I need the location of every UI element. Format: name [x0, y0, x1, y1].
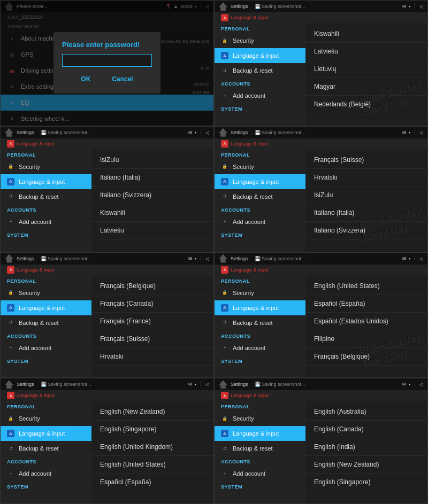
settings-title-7: Settings: [17, 382, 34, 387]
home-icon-8[interactable]: [219, 380, 227, 389]
lang-item-espanol-espana-6[interactable]: Español (España): [305, 295, 427, 313]
lang-item-italiano-4[interactable]: Italiano (Italia): [305, 204, 427, 222]
lang-item-italiano-svizzera-3[interactable]: Italiano (Svizzera): [91, 187, 213, 204]
security-item-4[interactable]: 🔒 Security: [215, 159, 305, 174]
screenshot-label-6: 💾 Saving screenshot...: [255, 256, 305, 261]
add-account-item-3[interactable]: + Add account: [1, 214, 91, 229]
language-item-7[interactable]: A Language & input: [1, 426, 91, 441]
add-account-item-2[interactable]: + Add account: [215, 88, 305, 103]
lang-item-english-ca-8[interactable]: English (Canada): [305, 421, 427, 438]
lang-item-filipino-6[interactable]: Filipino: [305, 330, 427, 348]
backup-item-8[interactable]: ↺ Backup & reset: [215, 441, 305, 456]
lang-item-lietuviu-2[interactable]: Lietuvių: [305, 60, 427, 78]
security-item-5[interactable]: 🔒 Security: [1, 285, 91, 300]
personal-label-7: PERSONAL: [1, 401, 91, 411]
language-item-6[interactable]: A Language & input: [215, 300, 305, 315]
lang-item-italiano-svizzera-4[interactable]: Italiano (Svizzera): [305, 222, 427, 239]
lang-item-isizulu-3[interactable]: IsiZulu: [91, 151, 213, 169]
password-input[interactable]: [62, 54, 152, 67]
lang-item-espanol-7[interactable]: Español (España): [91, 474, 213, 491]
backup-item-3[interactable]: ↺ Backup & reset: [1, 189, 91, 204]
language-item-3[interactable]: A Language & input: [1, 174, 91, 189]
add-account-item-4[interactable]: + Add account: [215, 214, 305, 229]
back-icon-6[interactable]: ◁: [419, 256, 423, 261]
sidebar-4: PERSONAL 🔒 Security A Language & input ↺…: [215, 149, 305, 252]
add-account-text-2: Add account: [233, 92, 265, 99]
lang-item-english-us-7[interactable]: English (United States): [91, 456, 213, 474]
add-account-item-8[interactable]: + Add account: [215, 466, 305, 481]
lang-item-nederlands-2[interactable]: Nederlands (België): [305, 96, 427, 113]
lang-item-kiswahili-2[interactable]: Kiswahili: [305, 25, 427, 43]
back-icon-4[interactable]: ◁: [419, 130, 423, 135]
language-item-2[interactable]: A Language & input: [215, 48, 305, 63]
security-item-6[interactable]: 🔒 Security: [215, 285, 305, 300]
add-account-item-5[interactable]: + Add account: [1, 340, 91, 355]
lang-item-francais-belgique-6[interactable]: Français (Belgique): [305, 348, 427, 366]
home-icon-2[interactable]: [219, 2, 227, 11]
lang-item-english-uk-7[interactable]: English (United Kingdom): [91, 438, 213, 456]
lang-item-english-in-8[interactable]: English (India): [305, 438, 427, 456]
backup-item-7[interactable]: ↺ Backup & reset: [1, 441, 91, 456]
language-text-8: Language & input: [233, 430, 279, 437]
back-icon-2[interactable]: ◁: [419, 4, 423, 9]
lang-item-english-nz-8[interactable]: English (New Zealand): [305, 456, 427, 474]
back-icon-8[interactable]: ◁: [419, 382, 423, 387]
backup-item-2[interactable]: ↺ Backup & reset: [215, 63, 305, 78]
lang-item-english-au-8[interactable]: English (Australia): [305, 403, 427, 421]
add-account-item-6[interactable]: + Add account: [215, 340, 305, 355]
language-item-5[interactable]: A Language & input: [1, 300, 91, 315]
security-item-7[interactable]: 🔒 Security: [1, 411, 91, 426]
security-item-2[interactable]: 🔒 Security: [215, 33, 305, 48]
back-icon-3[interactable]: ◁: [205, 130, 209, 135]
menu-icon-8[interactable]: ⋮: [412, 382, 417, 387]
lang-item-latviesu-3[interactable]: Latviešu: [91, 222, 213, 239]
lang-item-francais-canada-5[interactable]: Français (Canada): [91, 295, 213, 313]
panel7-content: PERSONAL 🔒 Security A Language & input ↺…: [1, 401, 213, 503]
backup-item-4[interactable]: ↺ Backup & reset: [215, 189, 305, 204]
language-text-4: Language & input: [233, 179, 279, 185]
menu-icon-3[interactable]: ⋮: [198, 130, 203, 135]
lang-item-francais-suisse-5[interactable]: Français (Suisse): [91, 330, 213, 348]
add-account-item-7[interactable]: + Add account: [1, 466, 91, 481]
home-icon-5[interactable]: [5, 254, 13, 263]
lang-item-italiano-3[interactable]: Italiano (Italia): [91, 169, 213, 187]
back-icon-5[interactable]: ◁: [205, 256, 209, 261]
back-icon-7[interactable]: ◁: [205, 382, 209, 387]
status-left-6: Settings 💾 Saving screenshot...: [219, 254, 305, 263]
lang-item-english-nz-7[interactable]: English (New Zealand): [91, 403, 213, 421]
lang-item-espanol-estados-6[interactable]: Español (Estados Unidos): [305, 313, 427, 330]
lang-item-magyar-2[interactable]: Magyar: [305, 78, 427, 96]
language-item-8[interactable]: A Language & input: [215, 426, 305, 441]
lang-item-english-sg-7[interactable]: English (Singapore): [91, 421, 213, 438]
menu-icon-7[interactable]: ⋮: [198, 382, 203, 387]
menu-icon-6[interactable]: ⋮: [412, 256, 417, 261]
backup-text-4: Backup & reset: [233, 193, 273, 200]
lang-item-english-us-6[interactable]: English (United States): [305, 277, 427, 295]
lang-item-hrvatski-4[interactable]: Hrvatski: [305, 169, 427, 187]
security-text-8: Security: [233, 415, 254, 422]
lang-item-hrvatski-5[interactable]: Hrvatski: [91, 348, 213, 366]
lang-item-english-sg-8[interactable]: English (Singapore): [305, 474, 427, 491]
ok-button[interactable]: OK: [74, 73, 97, 85]
sidebar-7: PERSONAL 🔒 Security A Language & input ↺…: [1, 401, 91, 503]
security-item-8[interactable]: 🔒 Security: [215, 411, 305, 426]
menu-icon-2[interactable]: ⋮: [412, 4, 417, 9]
cancel-button[interactable]: Cancel: [105, 73, 139, 85]
lang-item-latviesu-2[interactable]: Latviešu: [305, 43, 427, 60]
lang-item-francais-belgique-5[interactable]: Français (Belgique): [91, 277, 213, 295]
menu-icon-5[interactable]: ⋮: [198, 256, 203, 261]
home-icon-4[interactable]: [219, 128, 227, 137]
home-icon-7[interactable]: [5, 380, 13, 389]
lang-item-kiswahili-3[interactable]: Kiswahili: [91, 204, 213, 222]
language-item-4[interactable]: A Language & input: [215, 174, 305, 189]
backup-item-6[interactable]: ↺ Backup & reset: [215, 315, 305, 330]
lang-item-francais-suisse-4[interactable]: Français (Suisse): [305, 151, 427, 169]
security-item-3[interactable]: 🔒 Security: [1, 159, 91, 174]
dialog-title: Please enter password!: [62, 41, 152, 49]
lang-item-isizulu-4[interactable]: IsiZulu: [305, 187, 427, 204]
home-icon-6[interactable]: [219, 254, 227, 263]
lang-item-francais-france-5[interactable]: Français (France): [91, 313, 213, 330]
menu-icon-4[interactable]: ⋮: [412, 130, 417, 135]
backup-item-5[interactable]: ↺ Backup & reset: [1, 315, 91, 330]
home-icon-3[interactable]: [5, 128, 13, 137]
